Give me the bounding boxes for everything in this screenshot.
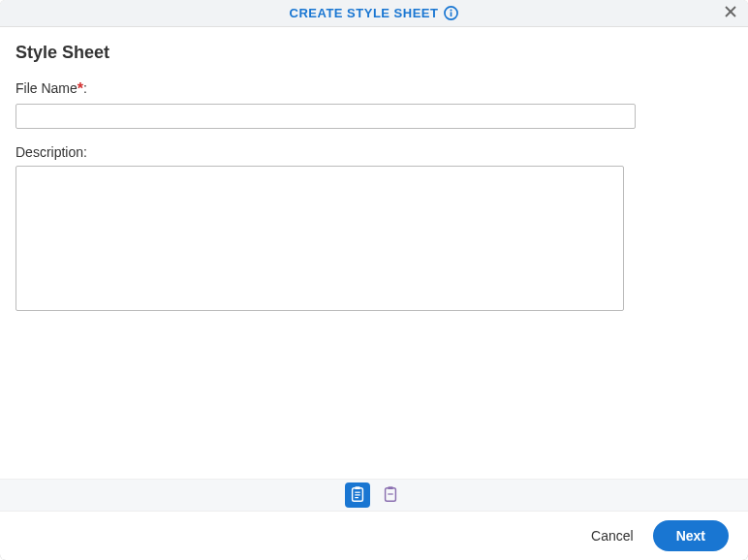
- close-icon: [724, 3, 737, 23]
- file-name-label-wrap: File Name*:: [16, 80, 732, 98]
- description-label: Description: [16, 144, 83, 160]
- modal-footer: Cancel Next: [0, 512, 748, 560]
- cancel-button[interactable]: Cancel: [591, 528, 634, 544]
- svg-rect-2: [451, 12, 452, 16]
- modal-content: Style Sheet File Name*: Description:: [0, 27, 748, 479]
- next-button[interactable]: Next: [653, 520, 729, 551]
- section-title: Style Sheet: [16, 43, 732, 63]
- header-title-wrap: CREATE STYLE SHEET: [290, 6, 459, 20]
- clipboard-list-icon: [349, 485, 366, 506]
- description-label-wrap: Description:: [16, 144, 732, 160]
- svg-point-1: [451, 9, 452, 11]
- close-button[interactable]: [721, 4, 740, 23]
- svg-rect-6: [355, 486, 359, 489]
- modal-header: CREATE STYLE SHEET: [0, 0, 748, 27]
- file-name-label: File Name: [16, 80, 78, 96]
- clipboard-icon: [382, 485, 399, 506]
- toolbar: [0, 479, 748, 512]
- form-view-button[interactable]: [345, 482, 370, 508]
- file-name-input[interactable]: [16, 104, 636, 129]
- description-input[interactable]: [16, 166, 624, 311]
- clipboard-view-button[interactable]: [378, 482, 403, 508]
- required-indicator: *: [78, 80, 83, 97]
- modal-title: CREATE STYLE SHEET: [290, 6, 439, 20]
- svg-rect-11: [388, 486, 392, 489]
- file-name-field-group: File Name*:: [16, 80, 732, 129]
- description-field-group: Description:: [16, 144, 732, 315]
- info-icon[interactable]: [444, 6, 458, 20]
